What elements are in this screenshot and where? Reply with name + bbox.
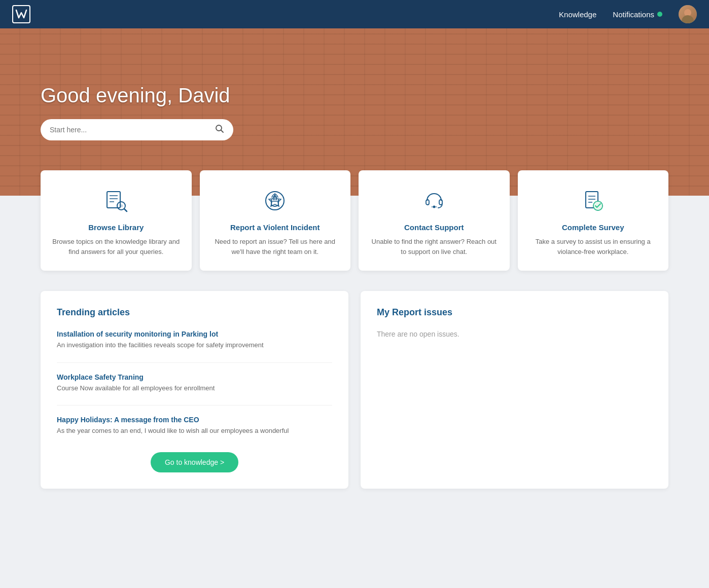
no-issues-text: There are no open issues.	[377, 330, 652, 338]
avatar-image	[679, 5, 697, 23]
article-item-0: Installation of security monitoring in P…	[57, 330, 332, 350]
article-desc-1: Course Now available for all employees f…	[57, 383, 332, 393]
quick-actions: Browse Library Browse topics on the know…	[0, 170, 709, 271]
search-input[interactable]	[50, 126, 210, 134]
svg-point-16	[433, 206, 435, 208]
article-title-0[interactable]: Installation of security monitoring in P…	[57, 330, 332, 338]
qa-desc-browse-library: Browse topics on the knowledge library a…	[51, 237, 182, 256]
article-divider-0	[57, 362, 332, 363]
qa-title-report-violent: Report a Violent Incident	[210, 223, 341, 232]
contact-support-icon	[420, 187, 448, 215]
article-desc-2: As the year comes to an end, I would lik…	[57, 426, 332, 436]
svg-line-7	[124, 209, 127, 211]
article-item-2: Happy Holidays: A message from the CEO A…	[57, 416, 332, 436]
qa-card-browse-library[interactable]: Browse Library Browse topics on the know…	[41, 170, 192, 271]
report-incident-icon	[261, 187, 289, 215]
qa-card-report-violent[interactable]: Report a Violent Incident Need to report…	[200, 170, 351, 271]
header-nav: Knowledge Notifications	[559, 5, 697, 23]
hero-greeting: Good evening, David	[41, 84, 668, 107]
qa-desc-contact-support: Unable to find the right answer? Reach o…	[369, 237, 500, 256]
svg-point-18	[435, 206, 437, 208]
qa-title-contact-support: Contact Support	[369, 223, 500, 232]
svg-line-1	[221, 130, 224, 132]
article-title-1[interactable]: Workplace Safety Traning	[57, 373, 332, 381]
qa-title-browse-library: Browse Library	[51, 223, 182, 232]
qa-card-contact-support[interactable]: Contact Support Unable to find the right…	[359, 170, 510, 271]
go-to-knowledge-button[interactable]: Go to knowledge >	[151, 452, 238, 472]
my-report-issues-panel: My Report issues There are no open issue…	[361, 291, 668, 489]
notification-dot	[657, 12, 662, 17]
nav-notifications[interactable]: Notifications	[613, 10, 662, 19]
trending-articles-title: Trending articles	[57, 307, 332, 318]
logo-icon	[12, 5, 30, 23]
svg-point-8	[120, 204, 123, 207]
qa-title-complete-survey: Complete Survey	[528, 223, 659, 232]
qa-desc-complete-survey: Take a survey to assist us in ensuring a…	[528, 237, 659, 256]
user-avatar[interactable]	[679, 5, 697, 23]
logo[interactable]	[12, 5, 30, 23]
header: Knowledge Notifications	[0, 0, 709, 28]
browse-library-icon	[102, 187, 130, 215]
trending-articles-panel: Trending articles Installation of securi…	[41, 291, 348, 489]
svg-rect-2	[107, 192, 120, 208]
article-item-1: Workplace Safety Traning Course Now avai…	[57, 373, 332, 393]
my-report-issues-title: My Report issues	[377, 307, 652, 318]
article-desc-0: An investigation into the facilities rev…	[57, 340, 332, 350]
search-bar	[41, 119, 233, 140]
main-content: Trending articles Installation of securi…	[0, 271, 709, 509]
article-title-2[interactable]: Happy Holidays: A message from the CEO	[57, 416, 332, 424]
qa-card-complete-survey[interactable]: Complete Survey Take a survey to assist …	[518, 170, 669, 271]
article-divider-1	[57, 405, 332, 406]
svg-point-17	[431, 206, 433, 208]
complete-survey-icon	[579, 187, 607, 215]
nav-knowledge[interactable]: Knowledge	[559, 10, 596, 19]
qa-desc-report-violent: Need to report an issue? Tell us here an…	[210, 237, 341, 256]
search-button[interactable]	[215, 124, 224, 135]
